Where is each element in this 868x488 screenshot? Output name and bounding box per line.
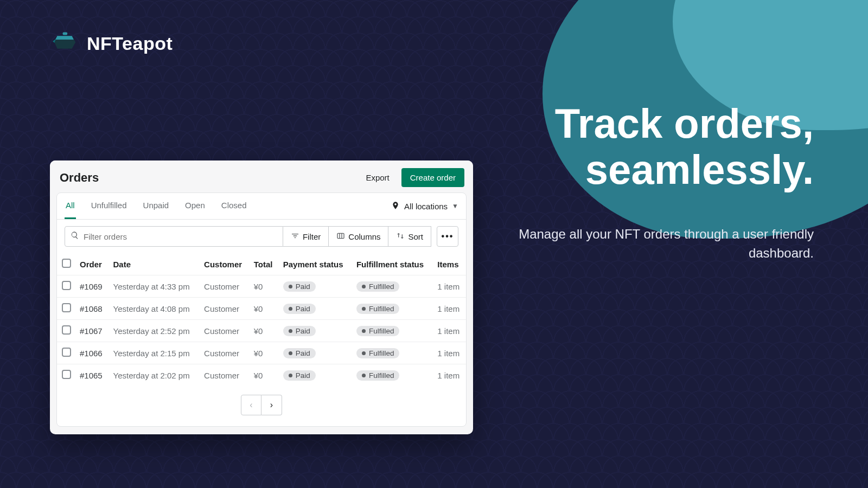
table-row[interactable]: #1068Yesterday at 4:08 pmCustomer¥0PaidF… <box>57 298 466 320</box>
status-badge: Fulfilled <box>356 326 400 336</box>
tab-closed[interactable]: Closed <box>220 193 248 219</box>
col-customer[interactable]: Customer <box>200 253 250 275</box>
cell-items: 1 item <box>433 298 466 320</box>
tab-all[interactable]: All <box>65 193 76 219</box>
cell-date: Yesterday at 2:15 pm <box>109 342 200 364</box>
more-actions-button[interactable]: ••• <box>437 226 458 247</box>
chevron-left-icon: ‹ <box>250 400 252 410</box>
cell-payment: Paid <box>279 342 352 364</box>
status-badge: Paid <box>283 281 316 292</box>
cell-total: ¥0 <box>250 342 279 364</box>
cell-date: Yesterday at 4:08 pm <box>109 298 200 320</box>
cell-order: #1065 <box>75 364 109 387</box>
cell-payment: Paid <box>279 298 352 320</box>
filter-icon <box>291 232 299 242</box>
hero-title: Track orders, seamlessly. <box>467 100 814 192</box>
location-label: All locations <box>404 202 448 211</box>
tab-unfulfilled[interactable]: Unfulfilled <box>90 193 128 219</box>
brand: NFTeapot <box>50 30 173 56</box>
orders-table: Order Date Customer Total Payment status… <box>57 253 466 386</box>
col-date[interactable]: Date <box>109 253 200 275</box>
filter-button[interactable]: Filter <box>283 226 329 247</box>
next-page-button[interactable]: › <box>261 395 282 415</box>
status-badge: Fulfilled <box>356 348 400 358</box>
cell-date: Yesterday at 4:33 pm <box>109 275 200 298</box>
teapot-icon <box>50 30 79 56</box>
row-checkbox[interactable] <box>62 325 71 335</box>
columns-button[interactable]: Columns <box>329 226 388 247</box>
row-checkbox[interactable] <box>62 281 71 290</box>
col-items[interactable]: Items <box>433 253 466 275</box>
cell-payment: Paid <box>279 364 352 387</box>
table-row[interactable]: #1069Yesterday at 4:33 pmCustomer¥0PaidF… <box>57 275 466 298</box>
cell-customer: Customer <box>200 320 250 342</box>
search-icon <box>71 231 79 242</box>
col-payment[interactable]: Payment status <box>279 253 352 275</box>
cell-fulfillment: Fulfilled <box>352 298 433 320</box>
status-badge: Fulfilled <box>356 370 400 381</box>
cell-items: 1 item <box>433 320 466 342</box>
svg-rect-0 <box>63 32 67 35</box>
select-all-checkbox[interactable] <box>62 259 71 268</box>
table-row[interactable]: #1067Yesterday at 2:52 pmCustomer¥0PaidF… <box>57 320 466 342</box>
export-link[interactable]: Export <box>366 173 389 182</box>
cell-fulfillment: Fulfilled <box>352 275 433 298</box>
filter-orders-input[interactable] <box>84 232 277 241</box>
cell-customer: Customer <box>200 342 250 364</box>
tab-unpaid[interactable]: Unpaid <box>142 193 170 219</box>
cell-order: #1069 <box>75 275 109 298</box>
col-order[interactable]: Order <box>75 253 109 275</box>
chevron-right-icon: › <box>270 400 273 410</box>
cell-items: 1 item <box>433 364 466 387</box>
cell-order: #1068 <box>75 298 109 320</box>
cell-payment: Paid <box>279 320 352 342</box>
cell-items: 1 item <box>433 342 466 364</box>
cell-total: ¥0 <box>250 298 279 320</box>
caret-down-icon: ▼ <box>452 202 458 210</box>
row-checkbox[interactable] <box>62 348 71 357</box>
row-checkbox[interactable] <box>62 370 71 379</box>
cell-order: #1066 <box>75 342 109 364</box>
sort-icon <box>396 232 405 242</box>
cell-fulfillment: Fulfilled <box>352 342 433 364</box>
cell-date: Yesterday at 2:02 pm <box>109 364 200 387</box>
cell-customer: Customer <box>200 298 250 320</box>
cell-total: ¥0 <box>250 275 279 298</box>
tab-open[interactable]: Open <box>184 193 206 219</box>
columns-icon <box>336 232 345 242</box>
brand-name: NFTeapot <box>87 33 173 54</box>
orders-panel: Orders Export Create order AllUnfulfille… <box>50 160 473 434</box>
status-badge: Paid <box>283 348 316 358</box>
status-badge: Fulfilled <box>356 304 400 314</box>
cell-fulfillment: Fulfilled <box>352 320 433 342</box>
status-badge: Fulfilled <box>356 281 400 292</box>
orders-title: Orders <box>60 171 99 185</box>
col-fulfillment[interactable]: Fulfillment status <box>352 253 433 275</box>
table-row[interactable]: #1065Yesterday at 2:02 pmCustomer¥0PaidF… <box>57 364 466 387</box>
status-badge: Paid <box>283 304 316 314</box>
table-row[interactable]: #1066Yesterday at 2:15 pmCustomer¥0PaidF… <box>57 342 466 364</box>
col-total[interactable]: Total <box>250 253 279 275</box>
location-pin-icon <box>391 201 400 211</box>
status-badge: Paid <box>283 370 316 381</box>
cell-total: ¥0 <box>250 320 279 342</box>
cell-customer: Customer <box>200 275 250 298</box>
dots-icon: ••• <box>442 232 454 241</box>
cell-order: #1067 <box>75 320 109 342</box>
sort-button[interactable]: Sort <box>388 226 431 247</box>
filter-orders-search[interactable] <box>65 226 283 247</box>
prev-page-button[interactable]: ‹ <box>241 395 261 415</box>
cell-date: Yesterday at 2:52 pm <box>109 320 200 342</box>
cell-customer: Customer <box>200 364 250 387</box>
create-order-button[interactable]: Create order <box>401 168 464 187</box>
row-checkbox[interactable] <box>62 303 71 312</box>
cell-total: ¥0 <box>250 364 279 387</box>
svg-rect-1 <box>337 233 344 238</box>
hero-copy: Track orders, seamlessly. Manage all you… <box>467 100 814 263</box>
cell-fulfillment: Fulfilled <box>352 364 433 387</box>
location-selector[interactable]: All locations ▼ <box>391 196 458 217</box>
cell-payment: Paid <box>279 275 352 298</box>
status-badge: Paid <box>283 326 316 336</box>
hero-subtitle: Manage all your NFT orders through a use… <box>467 225 814 263</box>
cell-items: 1 item <box>433 275 466 298</box>
